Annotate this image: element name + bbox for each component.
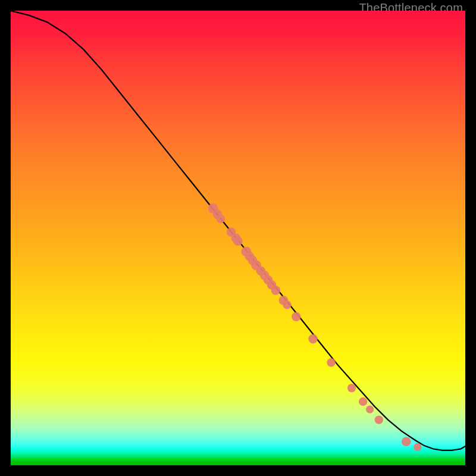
data-point bbox=[375, 415, 383, 424]
chart-svg bbox=[11, 11, 465, 465]
data-point bbox=[292, 312, 301, 321]
data-point bbox=[414, 443, 421, 451]
data-point bbox=[271, 286, 281, 295]
plot-area bbox=[11, 11, 465, 465]
data-point bbox=[359, 397, 367, 406]
data-point bbox=[347, 384, 356, 392]
curve-line bbox=[11, 11, 465, 450]
data-point bbox=[327, 358, 335, 367]
data-point bbox=[217, 215, 225, 223]
data-point bbox=[366, 405, 374, 413]
data-point bbox=[308, 334, 318, 344]
chart-frame: TheBottleneck.com bbox=[0, 0, 476, 476]
data-points-group bbox=[208, 203, 422, 451]
data-point bbox=[233, 237, 243, 246]
data-point bbox=[402, 437, 411, 447]
data-point bbox=[283, 300, 291, 309]
